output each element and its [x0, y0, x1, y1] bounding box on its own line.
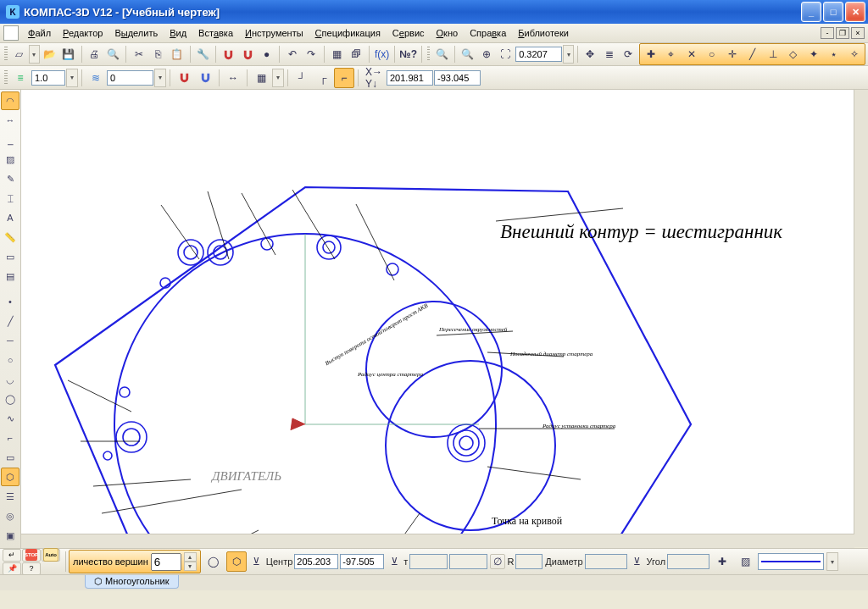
vertices-up[interactable]: ▴ [184, 552, 197, 562]
doc-icon[interactable] [3, 25, 19, 41]
layer-input[interactable] [107, 70, 153, 86]
auxline-tool[interactable]: ╱ [1, 312, 19, 330]
paste-button[interactable]: 📋 [168, 44, 186, 64]
circle-tool[interactable]: ○ [1, 351, 19, 369]
refresh-button[interactable]: ⟳ [620, 44, 637, 64]
snap3-button[interactable]: ✕ [682, 45, 701, 64]
cut-button[interactable]: ✂ [130, 44, 147, 64]
mdi-restore[interactable]: ❐ [836, 27, 849, 39]
snap6-button[interactable]: ╱ [743, 45, 762, 64]
snap1-button[interactable]: ✚ [641, 45, 660, 64]
center-lock[interactable]: ⊻ [249, 554, 264, 569]
menu-help[interactable]: Справка [464, 25, 512, 41]
measure-tool[interactable]: 📏 [1, 228, 19, 246]
snap8-button[interactable]: ◇ [783, 45, 803, 64]
local-cs-button[interactable]: ┌ [313, 68, 333, 88]
magnet2-button[interactable] [238, 44, 256, 64]
ortho-button[interactable]: ┘ [292, 68, 312, 88]
stop-button[interactable]: STOP [22, 549, 41, 562]
angle-lock[interactable]: ⊻ [630, 554, 645, 569]
coord-y[interactable] [434, 70, 481, 86]
text-tool[interactable]: A [1, 208, 19, 227]
select-tool[interactable]: ▭ [1, 247, 19, 266]
menu-window[interactable]: Окно [431, 25, 465, 41]
zoom-win-button[interactable]: 🔍 [459, 44, 476, 64]
coord-x[interactable] [387, 70, 433, 86]
line-style-select[interactable] [758, 553, 824, 570]
undo-button[interactable]: ↶ [283, 44, 301, 64]
library-button[interactable]: ▦ [328, 44, 346, 64]
menu-file[interactable]: Файл [22, 25, 57, 41]
snap7-button[interactable]: ⊥ [763, 45, 782, 64]
zoom-dropdown[interactable]: ▾ [563, 45, 574, 64]
angle-input[interactable] [667, 554, 709, 569]
point-x-input[interactable] [409, 554, 448, 569]
equid-tool[interactable]: ◎ [1, 507, 19, 525]
close-button[interactable]: ✕ [845, 2, 865, 22]
help2-button[interactable]: ? [22, 562, 41, 575]
spline-tool[interactable]: ∿ [1, 409, 19, 428]
grid-button[interactable]: ▦ [251, 68, 271, 88]
polygon-tool[interactable]: ⬡ [1, 468, 19, 486]
hatch-tool[interactable]: ▨ [1, 150, 19, 169]
rect-tool[interactable]: ▭ [1, 448, 19, 467]
snap9-button[interactable]: ✦ [804, 45, 823, 64]
menu-spec[interactable]: Спецификация [309, 25, 387, 41]
maximize-button[interactable]: □ [823, 2, 843, 22]
mdi-close[interactable]: × [851, 27, 865, 39]
zoom-input[interactable] [515, 47, 562, 62]
line-tool[interactable]: ─ [1, 331, 19, 350]
center-y-input[interactable] [340, 554, 384, 569]
props-button[interactable]: 🗊 [348, 44, 365, 64]
zoom-button[interactable]: ⊕ [477, 44, 495, 64]
zoom-fit-button[interactable]: ⛶ [497, 44, 515, 64]
grip-icon[interactable] [4, 70, 8, 86]
menu-libs[interactable]: Библиотеки [512, 25, 575, 41]
apply-button[interactable]: ↵ [3, 549, 21, 562]
magnet-button[interactable] [220, 44, 237, 64]
line-style-button[interactable]: ≡ [10, 68, 31, 88]
constr-off-button[interactable] [195, 68, 215, 88]
save-button[interactable]: 💾 [59, 44, 77, 64]
polygon-tab[interactable]: ⬡ Многоугольник [85, 575, 179, 589]
snap10-button[interactable]: ⭑ [824, 45, 843, 64]
var-button[interactable]: f(x) [373, 44, 391, 64]
grid-dd[interactable]: ▾ [272, 69, 284, 87]
feature-button[interactable]: 🔧 [194, 44, 212, 64]
circumscribed-button[interactable]: ⬡ [226, 551, 247, 572]
menu-view[interactable]: Вид [164, 25, 192, 41]
menu-tools[interactable]: Инструменты [239, 25, 309, 41]
menu-select[interactable]: Выделить [108, 25, 164, 41]
copy-button[interactable]: ⎘ [149, 44, 167, 64]
param-tool[interactable]: ⌶ [1, 189, 19, 208]
axis-style-button[interactable]: ✚ [712, 551, 732, 572]
pin-button[interactable]: 📌 [3, 562, 21, 575]
center-x-input[interactable] [294, 554, 338, 569]
line-style-dd[interactable]: ▾ [826, 552, 838, 571]
mdi-minimize[interactable]: - [821, 27, 834, 39]
snap2-button[interactable]: ⌖ [661, 45, 681, 64]
redo-button[interactable]: ↷ [303, 44, 320, 64]
inscribed-button[interactable]: ◯ [203, 551, 224, 572]
round-button[interactable]: ⌐ [334, 68, 354, 88]
contour-tool[interactable]: ☰ [1, 487, 19, 506]
dim-tool[interactable]: ↔ [1, 111, 19, 130]
grip-icon[interactable] [4, 47, 8, 62]
horizontal-scrollbar[interactable] [21, 534, 854, 548]
vertices-down[interactable]: ▾ [184, 562, 197, 571]
radius-btn[interactable]: ∅ [490, 554, 505, 569]
vertical-scrollbar[interactable] [854, 90, 868, 534]
layer-button[interactable]: ≋ [86, 68, 106, 88]
minimize-button[interactable]: _ [801, 2, 821, 22]
point-y-input[interactable] [449, 554, 487, 569]
point-lock[interactable]: ⊻ [387, 554, 402, 569]
preview-button[interactable]: 🔍 [104, 44, 122, 64]
anchor-button[interactable]: ● [258, 44, 275, 64]
snap5-button[interactable]: ✛ [722, 45, 742, 64]
symbols-tool[interactable]: ⎯ [1, 130, 19, 149]
grip-icon[interactable] [427, 47, 431, 62]
help-button[interactable]: №? [398, 44, 418, 64]
snap11-button[interactable]: ✧ [844, 45, 864, 64]
zoom-in-button[interactable]: 🔍 [432, 44, 450, 64]
vertices-input[interactable] [151, 553, 181, 571]
